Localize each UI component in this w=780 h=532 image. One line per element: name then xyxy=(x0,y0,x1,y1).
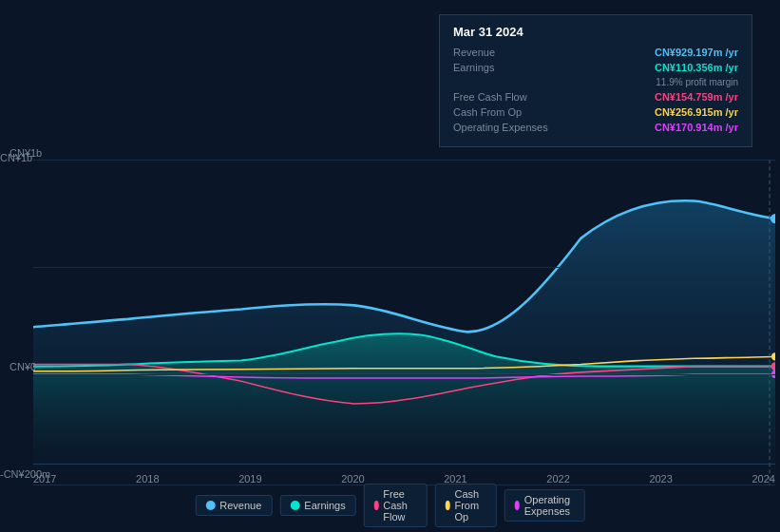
legend-revenue-dot xyxy=(205,501,215,510)
x-label-2021: 2021 xyxy=(444,469,466,484)
chart-legend: Revenue Earnings Free Cash Flow Cash Fro… xyxy=(195,484,585,527)
legend-opex-label: Operating Expenses xyxy=(524,494,575,517)
chart-area: CN¥1b CN¥0 -CN¥200m xyxy=(33,160,775,484)
tooltip-revenue-row: Revenue CN¥929.197m /yr xyxy=(453,47,738,58)
x-label-2017: 2017 xyxy=(33,469,56,484)
legend-opex[interactable]: Operating Expenses xyxy=(504,489,584,522)
tooltip-earnings-label: Earnings xyxy=(453,62,494,73)
legend-earnings-dot xyxy=(290,501,299,510)
chart-svg xyxy=(33,160,775,484)
tooltip-opex-value: CN¥170.914m /yr xyxy=(655,122,738,133)
data-tooltip: Mar 31 2024 Revenue CN¥929.197m /yr Earn… xyxy=(439,14,752,147)
tooltip-opex-row: Operating Expenses CN¥170.914m /yr xyxy=(453,122,738,133)
tooltip-fcf-value: CN¥154.759m /yr xyxy=(655,91,738,103)
x-label-2024: 2024 xyxy=(751,469,774,484)
legend-fcf-label: Free Cash Flow xyxy=(383,488,417,522)
legend-revenue[interactable]: Revenue xyxy=(195,495,272,516)
tooltip-profit-margin: 11.9% profit margin xyxy=(453,77,738,87)
legend-cashop[interactable]: Cash From Op xyxy=(435,484,497,527)
legend-fcf[interactable]: Free Cash Flow xyxy=(364,484,428,527)
y-label-zero: CN¥0 xyxy=(10,361,36,372)
x-label-2020: 2020 xyxy=(341,469,364,484)
legend-opex-dot xyxy=(514,501,519,510)
tooltip-earnings-value: CN¥110.356m /yr xyxy=(655,62,738,73)
x-label-2018: 2018 xyxy=(136,469,159,484)
grid-line-mid xyxy=(33,267,775,268)
tooltip-cashop-row: Cash From Op CN¥256.915m /yr xyxy=(453,106,738,118)
legend-cashop-label: Cash From Op xyxy=(454,488,485,522)
grid-line-top xyxy=(33,160,775,161)
x-label-2019: 2019 xyxy=(238,469,261,484)
legend-earnings[interactable]: Earnings xyxy=(279,495,355,516)
tooltip-earnings-row: Earnings CN¥110.356m /yr xyxy=(453,62,738,73)
legend-revenue-label: Revenue xyxy=(219,500,261,511)
tooltip-fcf-label: Free Cash Flow xyxy=(453,91,527,103)
legend-earnings-label: Earnings xyxy=(304,500,345,511)
tooltip-cashop-label: Cash From Op xyxy=(453,106,522,118)
grid-line-zero xyxy=(33,374,775,375)
tooltip-revenue-label: Revenue xyxy=(453,47,495,58)
tooltip-title: Mar 31 2024 xyxy=(453,25,738,39)
tooltip-cashop-value: CN¥256.915m /yr xyxy=(655,106,738,118)
y-label-1b: CN¥1b xyxy=(0,152,32,163)
tooltip-fcf-row: Free Cash Flow CN¥154.759m /yr xyxy=(453,91,738,103)
legend-fcf-dot xyxy=(374,501,379,510)
tooltip-revenue-value: CN¥929.197m /yr xyxy=(655,47,738,58)
x-label-2023: 2023 xyxy=(649,469,672,484)
x-axis: 2017 2018 2019 2020 2021 2022 2023 2024 xyxy=(33,464,775,484)
tooltip-opex-label: Operating Expenses xyxy=(453,122,548,133)
x-label-2022: 2022 xyxy=(546,469,569,484)
legend-cashop-dot xyxy=(446,501,450,510)
